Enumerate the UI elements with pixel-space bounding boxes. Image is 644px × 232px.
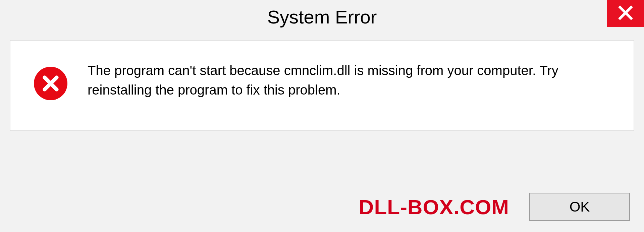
titlebar: System Error <box>0 0 644 34</box>
close-icon <box>618 5 633 21</box>
content-panel: The program can't start because cmnclim.… <box>10 40 634 131</box>
error-message: The program can't start because cmnclim.… <box>88 61 597 100</box>
watermark-text: DLL-BOX.COM <box>359 195 509 219</box>
ok-button[interactable]: OK <box>529 193 630 221</box>
close-button[interactable] <box>607 0 644 27</box>
footer: DLL-BOX.COM OK <box>0 182 644 232</box>
error-circle-x-icon <box>34 67 67 100</box>
dialog-title: System Error <box>267 6 377 28</box>
